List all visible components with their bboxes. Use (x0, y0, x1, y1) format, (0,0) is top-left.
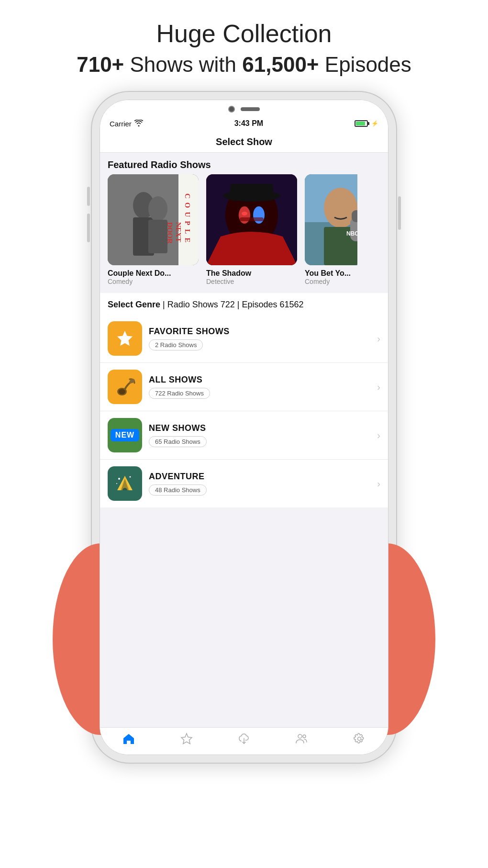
svg-marker-26 (117, 331, 133, 346)
page-wrapper: Huge Collection 710+ Shows with 61,500+ … (0, 0, 488, 868)
phone-camera-row (228, 106, 260, 113)
genre-info-all: ALL SHOWS 722 Radio Shows (149, 375, 370, 399)
shows-count-bold: 710+ (77, 53, 124, 76)
wifi-icon (134, 120, 143, 128)
tab-home[interactable] (100, 733, 157, 748)
users-icon (295, 733, 308, 748)
genre-info-adventure: ADVENTURE 48 Radio Shows (149, 472, 370, 496)
show-genre-nbc: Comedy (305, 278, 357, 285)
screen-content: Featured Radio Shows (100, 153, 388, 727)
show-title-shadow: The Shadow (206, 269, 297, 278)
genre-name-new: NEW SHOWS (149, 423, 370, 433)
new-label: NEW (111, 429, 139, 441)
genre-badge-new: 65 Radio Shows (149, 436, 207, 447)
genre-section-header: Select Genre | Radio Shows 722 | Episode… (100, 293, 388, 315)
favorites-icon (180, 733, 193, 748)
show-genre-shadow: Detective (206, 278, 297, 285)
headline: Huge Collection (19, 19, 469, 48)
power-button (398, 196, 401, 230)
tab-users[interactable] (273, 733, 330, 748)
status-time: 3:43 PM (234, 119, 263, 128)
bottom-spacer (100, 507, 388, 536)
genre-item-new[interactable]: NEW NEW SHOWS 65 Radio Shows › (100, 411, 388, 460)
genre-item-adventure[interactable]: ADVENTURE 48 Radio Shows › (100, 460, 388, 507)
status-right: ⚡ (355, 120, 378, 127)
genre-name-adventure: ADVENTURE (149, 472, 370, 482)
svg-rect-24 (352, 210, 357, 222)
genre-badge-favorites: 2 Radio Shows (149, 339, 203, 350)
phone-sensor (241, 107, 260, 111)
show-genre-couple: Comedy (108, 278, 199, 285)
status-bar: Carrier 3:43 PM ⚡ (100, 116, 388, 131)
top-text-section: Huge Collection 710+ Shows with 61,500+ … (0, 0, 488, 86)
tab-bar (100, 727, 388, 755)
genre-info-new: NEW SHOWS 65 Radio Shows (149, 423, 370, 447)
svg-point-34 (118, 478, 120, 480)
phone-frame: Carrier 3:43 PM ⚡ (91, 91, 397, 764)
genre-badge-all: 722 Radio Shows (149, 388, 210, 399)
svg-point-41 (357, 737, 361, 741)
svg-point-16 (242, 212, 247, 215)
svg-point-4 (148, 196, 167, 221)
phone-screen: Carrier 3:43 PM ⚡ (100, 100, 388, 755)
svg-text:DOOR: DOOR (166, 222, 174, 244)
genre-section-title: Select Genre (108, 300, 160, 309)
genre-name-all: ALL SHOWS (149, 375, 370, 385)
chevron-icon-new: › (377, 430, 380, 441)
svg-rect-5 (148, 220, 167, 253)
tab-favorites[interactable] (157, 733, 215, 748)
show-card-image-shadow (206, 174, 297, 265)
chevron-icon-favorites: › (377, 333, 380, 344)
genre-item-all[interactable]: ALL SHOWS 722 Radio Shows › (100, 363, 388, 411)
show-card-image-nbc: NBC (305, 174, 357, 265)
battery-icon (355, 120, 368, 127)
show-card-shadow[interactable]: The Shadow Detective (206, 174, 297, 285)
featured-section-header: Featured Radio Shows (100, 153, 388, 174)
show-title-nbc: You Bet Yo... (305, 269, 357, 278)
show-card-image-couple: COUPLE NEXT DOOR (108, 174, 199, 265)
status-left: Carrier (110, 120, 143, 128)
svg-point-17 (256, 212, 262, 215)
tab-download[interactable] (215, 733, 273, 748)
carrier-label: Carrier (110, 120, 132, 128)
charging-bolt: ⚡ (371, 120, 378, 127)
chevron-icon-adventure: › (377, 478, 380, 489)
svg-text:COUPLE: COUPLE (184, 193, 191, 247)
svg-point-36 (116, 483, 117, 484)
genre-item-favorites[interactable]: FAVORITE SHOWS 2 Radio Shows › (100, 315, 388, 363)
svg-marker-37 (181, 733, 192, 744)
show-title-couple: Couple Next Do... (108, 269, 199, 278)
volume-up-button (87, 187, 90, 206)
show-card-nbc-partial[interactable]: NBC You Bet Yo... Comedy (305, 174, 357, 285)
cloud-download-icon (238, 733, 250, 748)
svg-rect-13 (230, 184, 273, 201)
svg-text:NBC: NBC (346, 230, 357, 237)
genre-info-favorites: FAVORITE SHOWS 2 Radio Shows (149, 327, 370, 350)
genre-shows-info: | Radio Shows 722 | Episodes 61562 (163, 300, 304, 309)
svg-rect-18 (240, 217, 264, 221)
genre-icon-favorites (108, 321, 142, 356)
volume-down-button (87, 214, 90, 242)
home-icon (122, 733, 135, 748)
svg-point-40 (303, 735, 306, 738)
phone-side-buttons-left (87, 187, 90, 242)
genre-badge-adventure: 48 Radio Shows (149, 485, 207, 496)
nav-title: Select Show (216, 136, 272, 147)
phone-side-buttons-right (398, 196, 401, 230)
front-camera (228, 106, 235, 113)
battery-fill (356, 122, 365, 125)
genre-icon-new: NEW (108, 418, 142, 452)
episodes-count-bold: 61,500+ (242, 53, 319, 76)
featured-shows-scroll[interactable]: COUPLE NEXT DOOR Couple Next Do... Comed… (100, 174, 388, 293)
show-card-couple[interactable]: COUPLE NEXT DOOR Couple Next Do... Comed… (108, 174, 199, 285)
svg-point-35 (130, 476, 131, 478)
genre-name-favorites: FAVORITE SHOWS (149, 327, 370, 337)
gear-icon (353, 733, 366, 748)
genre-icon-adventure (108, 466, 142, 501)
genre-title-row: Select Genre | Radio Shows 722 | Episode… (108, 300, 380, 310)
tab-settings[interactable] (331, 733, 388, 748)
chevron-icon-all: › (377, 382, 380, 393)
subheadline: 710+ Shows with 61,500+ Episodes (19, 53, 469, 77)
svg-text:NEXT: NEXT (175, 222, 182, 242)
genre-icon-all (108, 370, 142, 404)
